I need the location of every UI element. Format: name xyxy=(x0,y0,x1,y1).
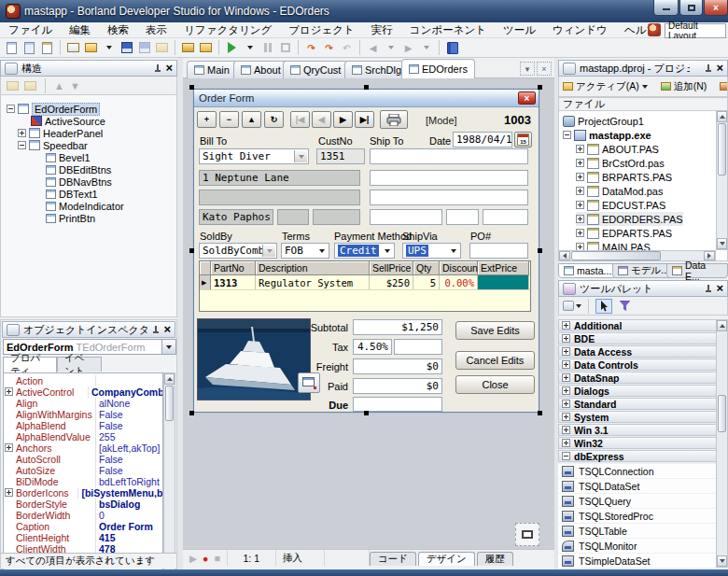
date-field[interactable]: 1988/04/12 xyxy=(453,132,512,148)
db-edit-button[interactable]: ▲ xyxy=(242,111,261,128)
open-dropdown-icon[interactable] xyxy=(101,40,117,55)
print-button[interactable] xyxy=(380,110,408,129)
category-system[interactable]: System xyxy=(558,411,717,423)
layout-selector[interactable]: Default Layout xyxy=(665,23,726,38)
property-row[interactable]: AutoScrollFalse xyxy=(4,454,162,465)
tree-node-headerpanel[interactable]: HeaderPanel xyxy=(18,127,103,139)
back-dropdown-icon[interactable] xyxy=(383,40,399,55)
custno-field[interactable]: 1351 xyxy=(316,148,365,164)
ship-address2-field[interactable] xyxy=(370,190,528,205)
move-down-icon[interactable]: ▼ xyxy=(70,80,80,91)
record-macro-icon[interactable]: ● xyxy=(203,553,208,564)
bill-zip-field[interactable] xyxy=(313,209,360,225)
category-dialogs[interactable]: Dialogs xyxy=(558,385,717,397)
order-items-grid[interactable]: PartNo Description SellPrice Qty Discoun… xyxy=(199,260,531,312)
pin-icon[interactable] xyxy=(705,284,712,294)
scroll-up-icon[interactable] xyxy=(164,373,175,385)
db-insert-button[interactable]: + xyxy=(197,111,217,128)
col-sellprice[interactable]: SellPrice xyxy=(370,261,413,275)
property-row[interactable]: BorderWidth0 xyxy=(4,510,162,521)
col-discount[interactable]: Discount xyxy=(440,261,478,275)
expand-icon[interactable] xyxy=(576,229,584,237)
minimize-button[interactable] xyxy=(653,0,679,16)
payment-combo[interactable]: Credit xyxy=(334,243,395,259)
play-macro-icon[interactable]: ▶ xyxy=(189,553,197,564)
category-dbexpress[interactable]: dbExpress xyxy=(558,450,717,462)
tab-data-explorer[interactable]: Data E... xyxy=(666,263,728,278)
ship-state-field[interactable] xyxy=(446,209,479,225)
close-file-icon[interactable] xyxy=(154,40,170,55)
cell-discount[interactable]: 0.00% xyxy=(440,275,478,289)
tab-events[interactable]: イベント xyxy=(57,357,102,372)
expand-icon[interactable] xyxy=(576,145,584,153)
property-row[interactable]: AlphaBlendFalse xyxy=(4,420,162,431)
tab-qrycust[interactable]: QryCust xyxy=(283,61,348,78)
open-file-icon[interactable] xyxy=(21,40,37,55)
program-reset-icon[interactable] xyxy=(277,40,293,55)
new-items-icon[interactable] xyxy=(4,40,20,55)
pin-icon[interactable] xyxy=(152,325,160,335)
menu-file[interactable]: ファイル xyxy=(0,22,61,38)
tree-node-dbtext1[interactable]: DBText1 xyxy=(46,188,98,200)
property-row[interactable]: BorderStylebsDialog xyxy=(4,499,162,510)
category-bde[interactable]: BDE xyxy=(558,332,717,344)
expand-icon[interactable] xyxy=(18,129,26,137)
shipvia-combo[interactable]: UPS xyxy=(402,243,461,259)
collapse-icon[interactable] xyxy=(7,105,15,113)
expand-icon[interactable] xyxy=(576,187,584,195)
category-win31[interactable]: Win 3.1 xyxy=(558,424,717,436)
property-row[interactable]: AlignWithMarginsFalse xyxy=(4,409,162,420)
close-form-button[interactable]: Close xyxy=(455,375,535,394)
maximize-button[interactable] xyxy=(679,0,703,16)
form-position-button[interactable] xyxy=(515,523,539,546)
stop-macro-icon[interactable]: ■ xyxy=(214,553,219,564)
expand-icon[interactable] xyxy=(5,443,13,452)
db-next-button[interactable]: ▶ xyxy=(333,111,353,128)
save-edits-button[interactable]: Save Edits xyxy=(455,321,535,340)
scroll-down-icon[interactable] xyxy=(717,238,727,249)
resize-handle[interactable] xyxy=(189,85,194,90)
db-first-button[interactable]: |◀ xyxy=(290,111,310,128)
tab-mastapp-view[interactable]: masta... xyxy=(558,263,617,278)
pin-icon[interactable] xyxy=(705,63,712,74)
structure-close-icon[interactable]: × xyxy=(165,63,173,73)
cell-partno[interactable]: 1313 xyxy=(211,275,256,289)
forward-icon[interactable]: ▶ xyxy=(400,40,416,55)
tab-edorders[interactable]: EDOrders xyxy=(401,59,475,78)
files-column-header[interactable]: ファイル xyxy=(559,98,727,111)
pm-node-projectgroup[interactable]: ProjectGroup1 xyxy=(563,114,644,128)
forward-dropdown-icon[interactable] xyxy=(418,40,434,55)
palette-item-tsqlquery[interactable]: TSQLQuery xyxy=(558,494,717,508)
property-row[interactable]: BorderIcons[biSystemMenu,biMini xyxy=(4,487,162,499)
inspector-scrollbar[interactable] xyxy=(163,372,175,576)
pm-node-edparts[interactable]: EDPARTS.PAS xyxy=(576,226,672,240)
expand-icon[interactable] xyxy=(576,201,584,209)
open-project-icon[interactable] xyxy=(83,40,99,55)
menu-project[interactable]: プロジェクト xyxy=(280,22,363,38)
pm-close-icon[interactable]: × xyxy=(716,63,723,73)
expand-icon[interactable] xyxy=(5,488,13,497)
col-extprice[interactable]: ExtPrice xyxy=(478,261,529,275)
resize-handle[interactable] xyxy=(364,85,369,90)
ship-zip-field[interactable] xyxy=(483,209,528,225)
sync-edit-icon[interactable] xyxy=(180,40,196,55)
property-row[interactable]: BiDiModebdLeftToRight xyxy=(4,476,162,487)
pm-node-mastapp[interactable]: mastapp.exe xyxy=(563,128,651,142)
bill-address1-field[interactable]: 1 Neptune Lane xyxy=(199,170,360,186)
tab-design[interactable]: デザイン xyxy=(418,552,475,566)
collapse-icon[interactable] xyxy=(563,131,571,139)
pause-icon[interactable] xyxy=(259,40,275,55)
due-field[interactable] xyxy=(353,397,442,412)
palette-item-tsqlmonitor[interactable]: TSQLMonitor xyxy=(558,539,717,553)
tax-amount-field[interactable] xyxy=(394,339,442,355)
menu-run[interactable]: 実行 xyxy=(363,22,401,38)
new-file-icon[interactable] xyxy=(65,40,81,55)
bill-state-field[interactable] xyxy=(277,209,309,225)
terms-combo[interactable]: FOB xyxy=(281,243,329,259)
add-button[interactable]: 追加(N) xyxy=(657,78,711,95)
category-datasnap[interactable]: DataSnap xyxy=(558,372,717,384)
tax-rate-field[interactable]: 4.50% xyxy=(353,339,392,355)
pm-node-brcstord[interactable]: BrCstOrd.pas xyxy=(576,156,665,170)
category-data-access[interactable]: Data Access xyxy=(558,345,717,358)
close-button[interactable]: × xyxy=(704,0,728,16)
